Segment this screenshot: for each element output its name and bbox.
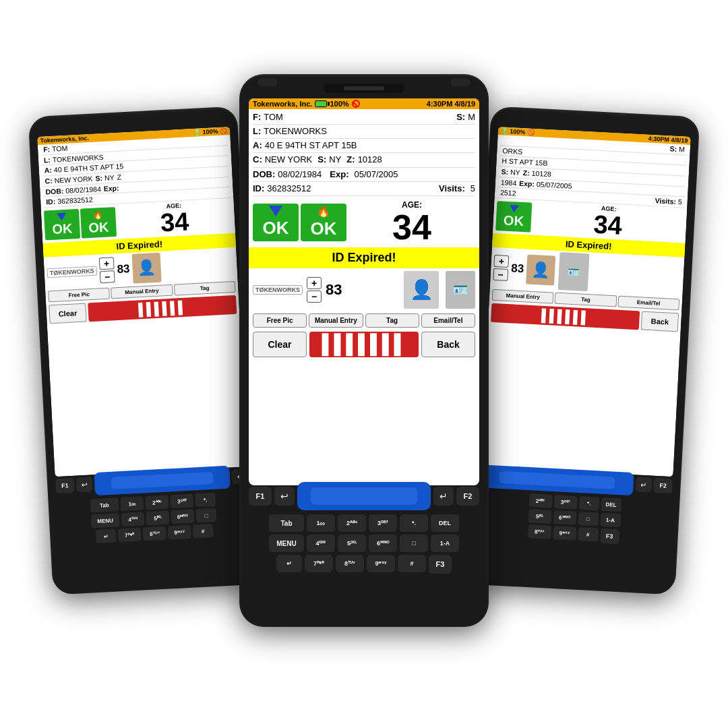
- top-bump-left: [258, 78, 277, 86]
- top-bump-right: [451, 78, 470, 86]
- manual-entry-btn-left[interactable]: Manual Entry: [111, 284, 173, 299]
- counter-num-center: 83: [326, 281, 342, 299]
- device-left: Tokenworks, Inc. 🔋 100% 🚫 F:TOM L:TOKENW…: [28, 106, 262, 595]
- key-del-center[interactable]: *.: [400, 514, 428, 532]
- timestamp: 4:30PM 4/8/19: [427, 100, 475, 108]
- key-f2-center[interactable]: F2: [456, 487, 479, 506]
- tag-btn-right[interactable]: Tag: [555, 293, 617, 307]
- back-btn-center[interactable]: Back: [421, 332, 475, 357]
- key-menu-center[interactable]: MENU: [269, 535, 304, 552]
- keyboard-left: F1 ↩ ↵ Tab 1₀₀ 2ᴬᴮᶜ 3ᴰᴱᶠ *. MENU 4ᴳᴴᴵ 5ᴶ…: [55, 464, 253, 584]
- key-f3-center[interactable]: F3: [429, 555, 452, 574]
- ok-btn1-left[interactable]: OK: [44, 209, 80, 241]
- dob: 08/02/1984: [278, 168, 322, 181]
- counter-minus-left[interactable]: −: [100, 270, 115, 283]
- tag-btn-left[interactable]: Tag: [174, 281, 236, 296]
- visits: 5: [471, 182, 475, 195]
- battery-pct: 100%: [330, 100, 348, 108]
- action-btns-center: Free Pic Manual Entry Tag Email/Tel: [249, 311, 479, 330]
- key-enter-center[interactable]: ↵: [433, 487, 454, 506]
- keyboard-center: F1 ↩ ↵ F2 Tab 1₀₀ 2ᴬᴮᶜ 3ᴰᴱᶠ *. DEL MENU …: [249, 482, 479, 613]
- screen-right: 🔋 100% 🚫 4:30PM 4/8/19 S:M ORKS H ST APT…: [481, 127, 691, 477]
- device-right: 🔋 100% 🚫 4:30PM 4/8/19 S:M ORKS H ST APT…: [466, 106, 700, 595]
- speaker: [344, 86, 384, 90]
- photo-thumb2-right: 🪪: [558, 252, 590, 291]
- tag-btn-center[interactable]: Tag: [365, 313, 419, 328]
- ok-bar-center: OK 🔥 OK AGE: 34: [249, 198, 479, 247]
- last-name: TOKENWORKS: [264, 125, 327, 138]
- logo-center: TØKENWORKS: [253, 285, 303, 295]
- key-menu-left[interactable]: MENU: [91, 513, 120, 528]
- id-number: 362832512: [267, 182, 311, 195]
- sex: M: [468, 111, 475, 124]
- app-title-center: Tokenworks, Inc.: [253, 100, 312, 108]
- key-tab-left[interactable]: Tab: [90, 497, 119, 512]
- ok-btn2-center[interactable]: 🔥 OK: [301, 204, 346, 241]
- ok-btn2-left[interactable]: 🔥 OK: [80, 207, 117, 239]
- keyboard-right: ↵ F2 2ᴬᴮᶜ 3ᴰᴱᶠ *. DEL 5ᴶᴷᴸ 6ᴹᴺᴼ □ 1-A 8ᵀ…: [475, 464, 673, 584]
- blue-btn-center[interactable]: [297, 482, 431, 510]
- address: 40 E 94TH ST APT 15B: [265, 139, 357, 152]
- key-back-left[interactable]: ↩: [76, 477, 93, 492]
- ok-btn1-right[interactable]: OK: [495, 201, 532, 233]
- zip: 10128: [358, 153, 382, 166]
- smoke-icon: 🔥: [317, 205, 330, 218]
- counter-minus-center[interactable]: −: [307, 291, 322, 303]
- counter-minus-right[interactable]: −: [493, 268, 508, 281]
- email-tel-btn-center[interactable]: Email/Tel: [421, 313, 475, 328]
- manual-entry-btn-center[interactable]: Manual Entry: [309, 313, 363, 328]
- id-info-rows: F:TOM S:M L:TOKENWORKS A:40 E 94TH ST AP…: [249, 109, 479, 198]
- expired-bar-center: ID Expired!: [249, 247, 479, 268]
- exp: 05/07/2005: [354, 168, 398, 181]
- state: NY: [329, 153, 341, 166]
- clear-btn-center[interactable]: Clear: [253, 332, 307, 357]
- counter-plus-right[interactable]: +: [493, 255, 509, 268]
- key-f1-left[interactable]: F1: [55, 478, 75, 493]
- counter-plus-left[interactable]: +: [99, 257, 115, 270]
- top-bar-center: [324, 84, 404, 93]
- triangle-icon: [269, 206, 282, 216]
- scan-btn-center[interactable]: ▌▌▌▌▌▌▌: [309, 332, 419, 357]
- photo-thumb2-center: 🪪: [446, 271, 475, 309]
- first-name: TOM: [264, 111, 283, 124]
- age-value: 34: [348, 210, 475, 245]
- key-tab-center[interactable]: Tab: [269, 514, 304, 532]
- counter-plus-center[interactable]: +: [307, 277, 322, 289]
- battery-icon: [315, 100, 327, 107]
- key-f1-center[interactable]: F1: [249, 487, 272, 506]
- screen-center: Tokenworks, Inc. 100% 4:30PM 4/8/19 F:TO…: [249, 98, 479, 485]
- key-del-right[interactable]: DEL: [601, 497, 621, 512]
- photo-thumb-right: 👤: [526, 255, 555, 286]
- key-enter-right[interactable]: ↵: [635, 477, 652, 492]
- key-back-center[interactable]: ↩: [274, 487, 295, 506]
- photo-thumb-center: 👤: [404, 271, 439, 309]
- ok-btn1-center[interactable]: OK: [253, 204, 299, 241]
- clear-btn-left[interactable]: Clear: [49, 303, 86, 324]
- city: NEW YORK: [265, 153, 313, 166]
- key-del2-center[interactable]: DEL: [431, 514, 459, 532]
- bottom-bar-center: Clear ▌▌▌▌▌▌▌ Back: [249, 330, 479, 361]
- barcode-icon: ▌▌▌▌▌▌▌: [322, 334, 406, 355]
- back-btn-right[interactable]: Back: [641, 311, 679, 332]
- manual-entry-btn-right[interactable]: Manual Entry: [492, 289, 554, 304]
- device-center: Tokenworks, Inc. 100% 4:30PM 4/8/19 F:TO…: [239, 74, 489, 627]
- free-pic-btn-center[interactable]: Free Pic: [253, 313, 307, 328]
- visits-counter-center: TØKENWORKS + − 83 👤 🪪: [249, 268, 479, 311]
- status-bar-center: Tokenworks, Inc. 100% 4:30PM 4/8/19: [249, 98, 479, 109]
- key-f3-right[interactable]: F3: [600, 528, 619, 544]
- screen-left: Tokenworks, Inc. 🔋 100% 🚫 F:TOM L:TOKENW…: [37, 127, 247, 477]
- email-tel-btn-right[interactable]: Email/Tel: [617, 296, 679, 311]
- no-wifi-icon: [352, 100, 360, 108]
- free-pic-btn-left[interactable]: Free Pic: [48, 288, 110, 303]
- photo-thumb-left: 👤: [131, 253, 161, 284]
- key-f2-right[interactable]: F2: [653, 478, 673, 493]
